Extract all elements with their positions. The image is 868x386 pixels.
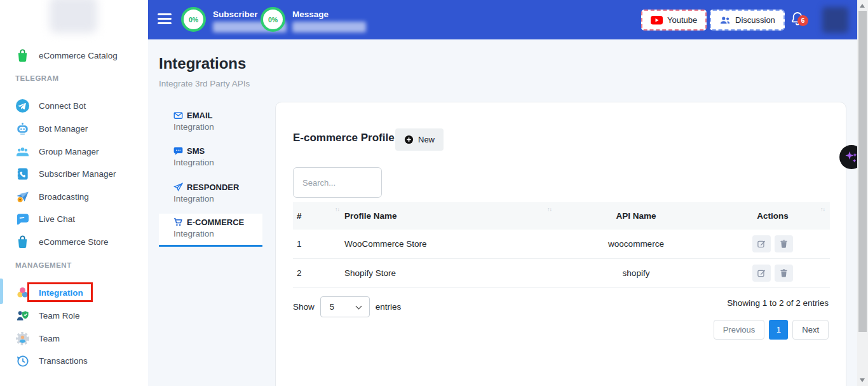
scrollbar-down-arrow[interactable] xyxy=(860,378,865,382)
youtube-button[interactable]: Youtube xyxy=(641,10,707,31)
active-item-indicator xyxy=(0,279,3,304)
card-title: E-commerce Profile xyxy=(293,132,395,144)
sidebar-item-label: Team Role xyxy=(39,311,80,321)
search-input[interactable] xyxy=(293,167,382,198)
telegram-plane-icon xyxy=(15,99,30,113)
row-number: 1 xyxy=(293,230,344,258)
paper-plane-badge-icon xyxy=(15,190,30,204)
current-page-button[interactable]: 1 xyxy=(769,320,788,340)
sidebar-item-label: Transactions xyxy=(39,356,88,366)
column-header-profile-name[interactable]: Profile Name xyxy=(344,202,557,230)
subscriber-progress-ring: 0% xyxy=(181,7,206,32)
subnav-item-subtitle: Integration xyxy=(173,229,262,238)
edit-button[interactable] xyxy=(752,235,771,252)
page-size-control: Show 5 entries xyxy=(293,296,401,317)
scrollbar-up-arrow[interactable] xyxy=(860,4,865,8)
subnav-item-email[interactable]: EMAIL Integration xyxy=(159,107,262,138)
sidebar-item-subscriber-manager[interactable]: Subscriber Manager xyxy=(15,164,139,183)
sidebar-item-label: Broadcasting xyxy=(39,192,89,202)
sidebar-item-label: Bot Manager xyxy=(39,124,88,134)
message-progress-ring: 0% xyxy=(261,7,285,32)
previous-page-button[interactable]: Previous xyxy=(714,320,765,340)
sidebar-item-bot-manager[interactable]: Bot Manager xyxy=(15,119,139,138)
sidebar-item-transactions[interactable]: Transactions xyxy=(15,351,139,370)
sidebar-item-ecommerce-store[interactable]: eCommerce Store xyxy=(15,232,139,251)
api-name-cell: shopify xyxy=(557,259,715,287)
top-header: 0% Subscriber 0% Message Youtube Discuss… xyxy=(148,0,857,39)
column-header-api-name[interactable]: API Name xyxy=(557,202,715,230)
table-header-row: # Profile Name API Name Actions xyxy=(293,202,830,230)
sidebar-item-label: Subscriber Manager xyxy=(39,169,116,179)
shopping-bag-blue-icon xyxy=(15,235,30,249)
send-plane-icon xyxy=(173,183,183,192)
subnav-item-title: EMAIL xyxy=(187,111,212,120)
edit-button[interactable] xyxy=(752,265,771,282)
youtube-icon xyxy=(651,16,663,25)
subnav-item-responder[interactable]: RESPONDER Integration xyxy=(159,179,262,210)
subnav-item-title: E-COMMERCE xyxy=(187,217,244,227)
sidebar-item-label: Integration xyxy=(39,288,83,298)
shopping-bag-green-icon xyxy=(15,48,30,63)
sidebar-item-broadcasting[interactable]: Broadcasting xyxy=(15,187,139,206)
subnav-item-subtitle: Integration xyxy=(173,122,262,132)
person-shield-icon xyxy=(15,308,30,323)
subnav-item-subtitle: Integration xyxy=(173,158,262,167)
sidebar-item-live-chat[interactable]: Live Chat xyxy=(15,209,139,228)
hamburger-menu-icon[interactable] xyxy=(158,13,172,25)
plus-circle-icon xyxy=(404,135,414,144)
next-page-button[interactable]: Next xyxy=(792,320,829,340)
new-button[interactable]: New xyxy=(395,128,444,151)
actions-cell xyxy=(715,259,830,287)
sidebar-item-team-role[interactable]: Team Role xyxy=(15,306,139,325)
showing-entries-text: Showing 1 to 2 of 2 entries xyxy=(727,298,829,308)
sort-icon[interactable] xyxy=(335,206,339,212)
sidebar-item-ecommerce-catalog[interactable]: eCommerce Catalog xyxy=(15,46,139,65)
sidebar-item-label: eCommerce Catalog xyxy=(39,51,118,60)
page-size-value: 5 xyxy=(330,302,334,312)
subnav-item-title: SMS xyxy=(187,146,205,156)
sidebar-item-integration[interactable]: Integration xyxy=(15,283,139,302)
discussion-button-label: Discussion xyxy=(735,15,775,25)
column-header-num[interactable]: # xyxy=(293,202,344,230)
main-content: Integrations Integrate 3rd Party APIs EM… xyxy=(148,39,857,386)
sidebar-section-management: MANAGEMENT xyxy=(15,261,72,269)
discussion-button[interactable]: Discussion xyxy=(710,10,785,31)
sidebar-item-group-manager[interactable]: Group Manager xyxy=(15,142,139,161)
row-number: 2 xyxy=(293,259,344,287)
sms-bubble-icon xyxy=(173,146,183,156)
user-avatar-blurred[interactable] xyxy=(822,7,848,33)
new-button-label: New xyxy=(418,135,435,144)
sort-icon[interactable] xyxy=(547,206,552,212)
youtube-button-label: Youtube xyxy=(667,15,697,25)
subnav-item-sms[interactable]: SMS Integration xyxy=(159,142,262,174)
clock-history-icon xyxy=(15,354,30,368)
sidebar-item-connect-bot[interactable]: Connect Bot xyxy=(15,96,139,115)
edit-icon xyxy=(757,239,766,249)
api-name-cell: woocommerce xyxy=(557,230,715,258)
vertical-scrollbar xyxy=(857,0,868,386)
message-stat: 0% Message xyxy=(261,7,366,32)
sidebar-item-label: eCommerce Store xyxy=(39,237,109,247)
sidebar-section-telegram: TELEGRAM xyxy=(15,74,59,82)
entries-label: entries xyxy=(376,302,402,312)
edit-icon xyxy=(757,268,766,278)
message-stat-label: Message xyxy=(292,10,366,19)
chevron-down-icon xyxy=(355,303,362,310)
robot-icon xyxy=(15,121,30,136)
color-circles-icon xyxy=(15,286,30,300)
subnav-item-ecommerce[interactable]: E-COMMERCE Integration xyxy=(159,214,262,247)
scrollbar-thumb[interactable] xyxy=(858,11,867,332)
column-header-actions[interactable]: Actions xyxy=(715,202,830,230)
envelope-icon xyxy=(173,111,183,120)
table-row: 2 Shopify Store shopify xyxy=(293,259,830,288)
sidebar-item-team[interactable]: Team xyxy=(15,329,139,348)
notifications-button[interactable]: 6 xyxy=(790,11,809,30)
pagination: Previous 1 Next xyxy=(714,320,829,340)
delete-button[interactable] xyxy=(775,265,793,282)
sort-icon[interactable] xyxy=(820,206,825,212)
subnav-item-title: RESPONDER xyxy=(187,183,239,192)
profile-name-cell: Shopify Store xyxy=(344,259,557,287)
sidebar-item-label: Connect Bot xyxy=(39,101,86,111)
delete-button[interactable] xyxy=(775,235,793,252)
page-size-select[interactable]: 5 xyxy=(320,296,370,317)
